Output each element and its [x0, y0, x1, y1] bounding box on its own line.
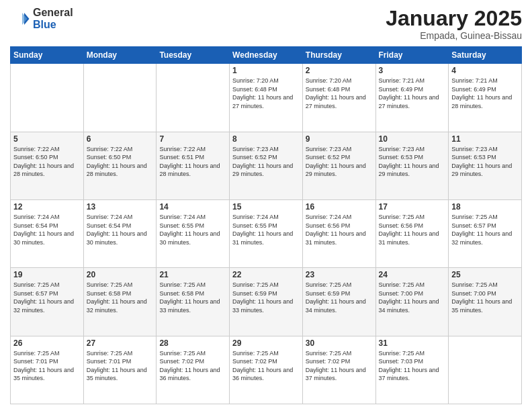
day-number: 31: [379, 338, 446, 348]
sunrise-text: Sunrise: 7:21 AM: [379, 77, 446, 85]
day-number: 3: [379, 66, 446, 75]
sunrise-text: Sunrise: 7:25 AM: [379, 349, 446, 358]
daylight-text: Daylight: 11 hours and 32 minutes.: [451, 230, 519, 246]
calendar-cell: 13Sunrise: 7:24 AMSunset: 6:54 PMDayligh…: [83, 199, 157, 267]
calendar-cell: 17Sunrise: 7:25 AMSunset: 6:56 PMDayligh…: [375, 199, 449, 267]
cell-info: Sunrise: 7:25 AMSunset: 7:02 PMDaylight:…: [232, 349, 300, 383]
daylight-text: Daylight: 11 hours and 31 minutes.: [306, 230, 373, 246]
sunset-text: Sunset: 6:59 PM: [306, 289, 373, 298]
sunrise-text: Sunrise: 7:24 AM: [87, 213, 154, 222]
page: General Blue January 2025 Empada, Guinea…: [0, 0, 532, 411]
day-number: 4: [451, 66, 519, 75]
calendar-cell: 7Sunrise: 7:22 AMSunset: 6:51 PMDaylight…: [157, 132, 230, 199]
calendar-cell: 15Sunrise: 7:24 AMSunset: 6:55 PMDayligh…: [230, 199, 303, 267]
cell-info: Sunrise: 7:24 AMSunset: 6:54 PMDaylight:…: [87, 213, 154, 246]
sunset-text: Sunset: 6:53 PM: [379, 153, 446, 162]
sunrise-text: Sunrise: 7:25 AM: [451, 213, 519, 222]
daylight-text: Daylight: 11 hours and 29 minutes.: [379, 162, 446, 179]
cell-info: Sunrise: 7:25 AMSunset: 7:01 PMDaylight:…: [87, 349, 154, 383]
daylight-text: Daylight: 11 hours and 29 minutes.: [451, 162, 519, 179]
header: General Blue January 2025 Empada, Guinea…: [10, 7, 522, 41]
cell-info: Sunrise: 7:25 AMSunset: 6:59 PMDaylight:…: [306, 281, 373, 314]
day-number: 20: [87, 270, 154, 279]
sunset-text: Sunset: 6:50 PM: [87, 153, 154, 162]
calendar-cell: 26Sunrise: 7:25 AMSunset: 7:01 PMDayligh…: [11, 336, 84, 404]
calendar-cell: 30Sunrise: 7:25 AMSunset: 7:02 PMDayligh…: [302, 336, 375, 404]
weekday-header: Thursday: [302, 47, 375, 64]
cell-info: Sunrise: 7:25 AMSunset: 6:59 PMDaylight:…: [232, 281, 300, 314]
sunrise-text: Sunrise: 7:25 AM: [379, 281, 446, 289]
daylight-text: Daylight: 11 hours and 33 minutes.: [159, 298, 226, 314]
calendar-cell: 4Sunrise: 7:21 AMSunset: 6:49 PMDaylight…: [449, 64, 522, 132]
calendar-week-row: 19Sunrise: 7:25 AMSunset: 6:57 PMDayligh…: [11, 268, 522, 336]
day-number: 6: [87, 134, 154, 144]
daylight-text: Daylight: 11 hours and 30 minutes.: [159, 230, 226, 246]
sunrise-text: Sunrise: 7:22 AM: [13, 145, 81, 154]
day-number: 8: [232, 134, 300, 144]
logo: General Blue: [10, 7, 73, 30]
sunrise-text: Sunrise: 7:22 AM: [159, 145, 226, 154]
day-number: 29: [232, 338, 300, 348]
calendar-cell: 6Sunrise: 7:22 AMSunset: 6:50 PMDaylight…: [83, 132, 157, 199]
calendar-cell: 5Sunrise: 7:22 AMSunset: 6:50 PMDaylight…: [11, 132, 84, 199]
sunset-text: Sunset: 7:00 PM: [379, 289, 446, 298]
logo-text: General Blue: [33, 7, 73, 30]
weekday-header: Monday: [83, 47, 157, 64]
day-number: 12: [13, 202, 81, 212]
calendar-cell: [157, 64, 230, 132]
daylight-text: Daylight: 11 hours and 31 minutes.: [232, 230, 300, 246]
day-number: 21: [159, 270, 226, 279]
cell-info: Sunrise: 7:23 AMSunset: 6:53 PMDaylight:…: [451, 145, 519, 179]
sunrise-text: Sunrise: 7:23 AM: [232, 145, 300, 154]
calendar-week-row: 12Sunrise: 7:24 AMSunset: 6:54 PMDayligh…: [11, 199, 522, 267]
calendar-cell: 19Sunrise: 7:25 AMSunset: 6:57 PMDayligh…: [11, 268, 84, 336]
sunset-text: Sunset: 7:01 PM: [13, 357, 81, 366]
cell-info: Sunrise: 7:24 AMSunset: 6:56 PMDaylight:…: [306, 213, 373, 246]
sunset-text: Sunset: 6:54 PM: [13, 222, 81, 230]
daylight-text: Daylight: 11 hours and 35 minutes.: [451, 298, 519, 314]
cell-info: Sunrise: 7:25 AMSunset: 6:58 PMDaylight:…: [159, 281, 226, 314]
calendar-cell: 3Sunrise: 7:21 AMSunset: 6:49 PMDaylight…: [375, 64, 449, 132]
calendar-week-row: 5Sunrise: 7:22 AMSunset: 6:50 PMDaylight…: [11, 132, 522, 199]
sunset-text: Sunset: 6:49 PM: [379, 85, 446, 94]
daylight-text: Daylight: 11 hours and 32 minutes.: [13, 298, 81, 314]
cell-info: Sunrise: 7:24 AMSunset: 6:54 PMDaylight:…: [13, 213, 81, 246]
day-number: 24: [379, 270, 446, 279]
calendar-cell: 1Sunrise: 7:20 AMSunset: 6:48 PMDaylight…: [230, 64, 303, 132]
weekday-header-row: SundayMondayTuesdayWednesdayThursdayFrid…: [11, 47, 522, 64]
daylight-text: Daylight: 11 hours and 35 minutes.: [13, 366, 81, 383]
daylight-text: Daylight: 11 hours and 27 minutes.: [379, 93, 446, 110]
sunrise-text: Sunrise: 7:24 AM: [232, 213, 300, 222]
sunset-text: Sunset: 6:56 PM: [379, 222, 446, 230]
sunset-text: Sunset: 7:02 PM: [232, 357, 300, 366]
calendar-cell: 20Sunrise: 7:25 AMSunset: 6:58 PMDayligh…: [83, 268, 157, 336]
sunset-text: Sunset: 7:00 PM: [451, 289, 519, 298]
calendar-cell: 2Sunrise: 7:20 AMSunset: 6:48 PMDaylight…: [302, 64, 375, 132]
sunrise-text: Sunrise: 7:20 AM: [306, 77, 373, 85]
sunrise-text: Sunrise: 7:25 AM: [232, 281, 300, 289]
daylight-text: Daylight: 11 hours and 31 minutes.: [379, 230, 446, 246]
calendar-table: SundayMondayTuesdayWednesdayThursdayFrid…: [10, 46, 522, 404]
day-number: 22: [232, 270, 300, 279]
sunrise-text: Sunrise: 7:20 AM: [232, 77, 300, 85]
weekday-header: Sunday: [11, 47, 84, 64]
calendar-cell: 29Sunrise: 7:25 AMSunset: 7:02 PMDayligh…: [230, 336, 303, 404]
day-number: 2: [306, 66, 373, 75]
weekday-header: Tuesday: [157, 47, 230, 64]
sunset-text: Sunset: 6:51 PM: [159, 153, 226, 162]
weekday-header: Saturday: [449, 47, 522, 64]
location-subtitle: Empada, Guinea-Bissau: [386, 30, 522, 41]
sunset-text: Sunset: 6:57 PM: [13, 289, 81, 298]
sunrise-text: Sunrise: 7:23 AM: [451, 145, 519, 154]
day-number: 28: [159, 338, 226, 348]
sunset-text: Sunset: 6:50 PM: [13, 153, 81, 162]
sunset-text: Sunset: 6:53 PM: [451, 153, 519, 162]
daylight-text: Daylight: 11 hours and 36 minutes.: [159, 366, 226, 383]
calendar-cell: 21Sunrise: 7:25 AMSunset: 6:58 PMDayligh…: [157, 268, 230, 336]
daylight-text: Daylight: 11 hours and 37 minutes.: [306, 366, 373, 383]
sunset-text: Sunset: 7:03 PM: [379, 357, 446, 366]
sunrise-text: Sunrise: 7:25 AM: [306, 349, 373, 358]
month-title: January 2025: [386, 7, 522, 30]
day-number: 19: [13, 270, 81, 279]
cell-info: Sunrise: 7:22 AMSunset: 6:51 PMDaylight:…: [159, 145, 226, 179]
